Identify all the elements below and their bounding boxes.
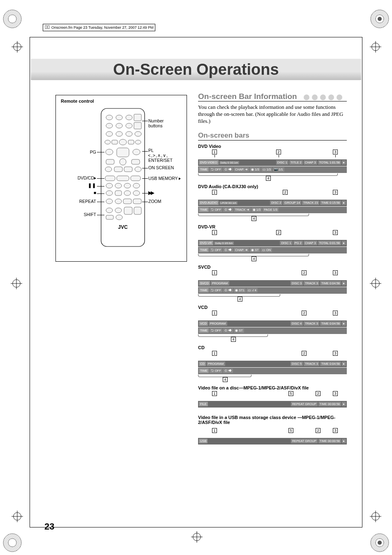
cell: TIME 0:15:58	[320, 200, 341, 205]
cell-clock: ⏲ ➜	[223, 328, 233, 333]
cell-clock: ⏲ ➜	[223, 167, 233, 172]
reg-mark-bottom-mid	[191, 531, 203, 543]
label-stop: ■	[85, 190, 96, 195]
num-badge: 1	[212, 270, 217, 275]
label-repeat: REPEAT	[71, 199, 96, 204]
play-icon	[343, 283, 345, 284]
svg-point-66	[106, 191, 113, 196]
play-cell	[342, 241, 346, 245]
cell-pre: TIME	[199, 167, 209, 172]
bar-label: Video file in a USB mass storage class d…	[198, 415, 347, 425]
svg-point-1	[8, 15, 16, 23]
play-icon	[343, 403, 345, 405]
svg-point-6	[8, 539, 16, 547]
svg-point-32	[106, 115, 113, 120]
cell: TRACK 3	[304, 281, 319, 286]
svg-point-51	[133, 149, 140, 155]
cell: ◉ ST1	[234, 288, 246, 292]
cell-type: SVCD	[199, 281, 210, 286]
bar-row-2: TIME ⮌ OFF ⏲ ➜ ◉ ST1 ▭ -/ 4	[198, 287, 347, 294]
cell-audio: PROGRAM	[207, 362, 225, 366]
label-dvdcd: DVD/CD	[68, 175, 96, 180]
reg-corner-tl	[0, 7, 25, 31]
svg-rect-47	[128, 140, 134, 144]
leader	[97, 193, 104, 194]
cell: ▭ ON	[261, 248, 272, 252]
svg-rect-61	[131, 176, 141, 181]
cell: ▭ -/ 4	[247, 288, 258, 292]
tick	[279, 155, 279, 157]
play-icon	[94, 177, 96, 180]
num-badge: 4	[251, 256, 256, 261]
play-icon	[343, 440, 345, 442]
bar-label: Video file on a disc—MPEG-1/MPEG-2/ASF/D…	[198, 385, 347, 390]
play-cell	[342, 362, 346, 366]
cell: TITLE 2	[289, 160, 303, 165]
cell: ◉ 1/3	[250, 167, 261, 172]
subhead: On-screen bars	[198, 131, 347, 140]
cell: PG 2	[293, 241, 303, 245]
label-shift: SHIFT	[74, 212, 96, 217]
svg-point-55	[105, 167, 112, 172]
num-badge: 3	[333, 230, 338, 235]
num-badge: 3	[333, 190, 338, 195]
tick	[214, 155, 215, 157]
svg-point-65	[133, 183, 140, 188]
svg-point-74	[106, 208, 113, 213]
leader	[97, 152, 104, 152]
num-badge: 4	[223, 377, 228, 382]
svg-point-4	[378, 17, 382, 21]
num-badge: 5	[288, 428, 293, 433]
cell-type: USB	[199, 439, 208, 443]
bar-row-1: CD PROGRAM DISC 5 TRACK 3 TIME 0:04:58	[198, 361, 347, 367]
reg-mark-left-top	[12, 41, 23, 53]
num-badge: 3	[333, 391, 338, 396]
cell-clock: ⏲ ➜	[223, 207, 233, 212]
cell: ◉ 1/3	[251, 207, 262, 212]
cell: TRACK ➜	[234, 207, 251, 212]
play-cell	[342, 321, 346, 326]
svg-point-64	[124, 183, 131, 188]
book-icon	[45, 25, 50, 30]
num-badge: 2	[316, 391, 321, 396]
bar-dvd-video: DVD Video 1 2 3 DVD-VIDEO Dolby D 3/2.1c…	[198, 144, 347, 181]
reg-corner-tr	[367, 7, 392, 31]
svg-rect-67	[115, 191, 122, 196]
num-badge: 5	[288, 391, 293, 396]
label-pause: ❚❚	[85, 183, 96, 188]
num-badge: 1	[212, 230, 217, 235]
svg-rect-72	[123, 199, 131, 204]
bar-dvd-vr: DVD-VR 1 2 3 DVD-VR Dolby D 2/0.0ch DISC…	[198, 224, 347, 261]
leader	[97, 202, 104, 202]
cell: TIME 0:04:58	[320, 281, 341, 286]
svg-point-71	[115, 199, 122, 204]
svg-rect-73	[133, 199, 141, 204]
leader	[142, 202, 148, 202]
svg-point-63	[115, 183, 122, 188]
svg-rect-52	[106, 159, 114, 164]
bar-row-1: FILE REPEAT GROUP TIME 00:00:58	[198, 401, 347, 408]
cell: DISC 5	[291, 362, 303, 366]
num-badge: 2	[302, 351, 307, 356]
svg-point-62	[106, 183, 113, 188]
cell: DISC 1	[276, 160, 288, 165]
reg-mark-left-mid	[11, 278, 22, 289]
cell: TIME 00:00:58	[318, 439, 341, 443]
label-ff: ▶▶	[148, 190, 153, 195]
cell: GROUP 14	[283, 200, 301, 205]
label-enterset: ENTER/SET	[148, 158, 173, 163]
cell: 📷 1/1	[273, 167, 284, 172]
svg-point-53	[120, 159, 126, 165]
bar-label: DVD Video	[198, 144, 347, 149]
num-badge: 4	[231, 337, 236, 342]
svg-rect-57	[124, 167, 132, 172]
cell-type: DVD-VR	[199, 241, 213, 245]
num-badge: 4	[266, 176, 271, 181]
cell-mode: ⮌ OFF	[210, 328, 222, 333]
leader	[97, 178, 104, 179]
bar-label: CD	[198, 345, 347, 350]
play-icon	[343, 323, 345, 325]
svg-point-79	[116, 215, 122, 220]
cell-type: DVD-AUDIO	[199, 200, 219, 205]
dot-icon	[312, 94, 318, 100]
